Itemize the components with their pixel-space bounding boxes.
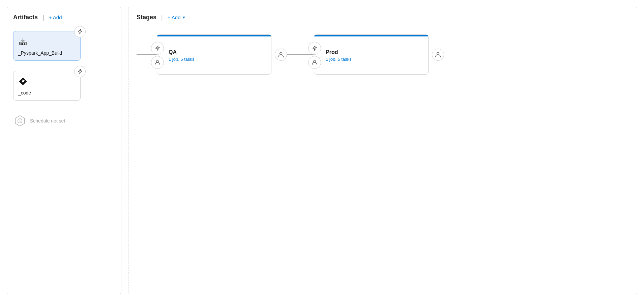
stages-panel: Stages | + Add ▾ [128,7,637,294]
prod-trigger-badge[interactable] [308,42,321,55]
stage-wrapper-qa: QA 1 job, 5 tasks [157,34,287,75]
qa-approver-icon [277,51,284,58]
qa-detail: 1 job, 5 tasks [169,57,266,62]
prod-lightning-icon [312,46,317,51]
pyspark-name: _Pyspark_App_Build [18,50,76,56]
artifacts-title: Artifacts [13,14,38,21]
prod-card-inner: Prod 1 job, 5 tasks [314,36,428,74]
stage-wrapper-prod: Prod 1 job, 5 tasks [314,34,444,75]
artifacts-header: Artifacts | + Add [13,14,115,21]
schedule-text: Schedule not set [30,118,65,124]
artifact-card-code[interactable]: _code [13,71,81,101]
prod-person-left-badge[interactable] [308,56,321,69]
svg-point-11 [156,60,158,62]
artifact-card-pyspark[interactable]: _Pyspark_App_Build [13,31,81,61]
prod-left-icons [308,42,321,69]
code-trigger-badge[interactable] [74,66,86,77]
prod-approver-icon [435,51,441,58]
qa-person-left-icon [154,59,160,65]
qa-lightning-icon [155,46,160,51]
code-icon [18,77,76,88]
schedule-item[interactable]: Schedule not set [13,114,115,128]
stage-card-qa[interactable]: QA 1 job, 5 tasks [157,34,271,75]
schedule-hex-icon [13,114,27,128]
svg-rect-1 [21,43,22,45]
prod-approver-badge[interactable] [432,49,444,61]
main-container: Artifacts | + Add [0,0,644,301]
svg-rect-2 [22,43,23,45]
stages-divider: | [161,14,163,21]
stages-add-button[interactable]: + Add ▾ [168,15,185,20]
artifacts-panel: Artifacts | + Add [7,7,121,294]
qa-approver-badge[interactable] [275,49,287,61]
prod-name: Prod [326,49,423,55]
qa-person-left-badge[interactable] [151,56,164,69]
qa-content: QA 1 job, 5 tasks [169,49,266,62]
pyspark-trigger-badge[interactable] [74,26,86,37]
prod-detail: 1 job, 5 tasks [326,57,423,62]
qa-name: QA [169,49,266,55]
qa-trigger-badge[interactable] [151,42,164,55]
stages-add-label: + Add [168,15,181,20]
code-name: _code [18,90,76,95]
artifacts-add-button[interactable]: + Add [49,15,62,20]
svg-line-10 [20,121,21,121]
lightning-icon [77,29,83,34]
stages-header: Stages | + Add ▾ [137,14,629,21]
prod-content: Prod 1 job, 5 tasks [326,49,423,62]
pipeline-flow: QA 1 job, 5 tasks [137,34,629,75]
svg-rect-3 [24,43,25,45]
stages-dropdown-arrow: ▾ [183,15,185,20]
lightning-icon-2 [77,69,83,74]
prod-person-left-icon [312,59,318,65]
qa-card-inner: QA 1 job, 5 tasks [157,36,271,74]
artifacts-divider: | [42,14,44,21]
stage-card-prod[interactable]: Prod 1 job, 5 tasks [314,34,429,75]
svg-point-13 [314,60,316,62]
pyspark-icon [18,37,76,48]
qa-left-icons [151,42,164,69]
stages-title: Stages [137,14,156,21]
